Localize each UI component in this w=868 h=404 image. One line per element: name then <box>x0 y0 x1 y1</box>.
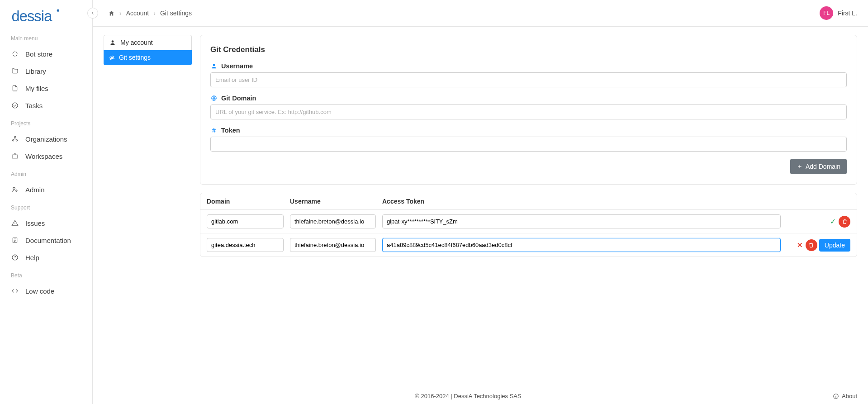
card-title: Git Credentials <box>210 45 847 54</box>
nav-label: Documentation <box>25 237 71 244</box>
user-name: First L. <box>838 10 857 17</box>
nav-label: Low code <box>25 287 54 295</box>
check-circle-icon <box>11 101 19 109</box>
subnav-my-account[interactable]: My account <box>104 35 192 50</box>
nav-organizations[interactable]: Organizations <box>0 130 92 147</box>
help-icon <box>11 253 19 261</box>
domain-label: Git Domain <box>221 95 256 102</box>
chevron-right-icon: › <box>119 10 122 17</box>
nav-help[interactable]: Help <box>0 249 92 266</box>
user-icon <box>109 39 116 46</box>
row-token-input[interactable] <box>382 214 781 228</box>
nav-label: Library <box>25 67 46 75</box>
svg-point-12 <box>213 64 215 66</box>
svg-point-2 <box>12 103 18 108</box>
about-link[interactable]: About <box>833 393 857 399</box>
hash-icon <box>210 127 218 134</box>
svg-text:dessia: dessia <box>11 8 52 24</box>
nav-label: My files <box>25 85 48 92</box>
nav-label: Workspaces <box>25 152 62 160</box>
svg-rect-6 <box>12 155 18 158</box>
row-username-input[interactable] <box>290 214 376 228</box>
button-label: Update <box>825 242 845 249</box>
th-domain: Domain <box>207 198 284 205</box>
row-username-input[interactable] <box>290 238 376 252</box>
folder-icon <box>11 67 19 75</box>
nav-issues[interactable]: Issues <box>0 214 92 232</box>
nav-documentation[interactable]: Documentation <box>0 232 92 249</box>
nav-label: Tasks <box>25 102 43 109</box>
token-label: Token <box>221 127 240 134</box>
table-row: ✕ Update <box>200 233 857 257</box>
svg-point-11 <box>112 40 114 43</box>
credentials-table: Domain Username Access Token ✓ <box>200 193 857 257</box>
sidebar: dessia Main menu Bot store Library My fi… <box>0 0 93 404</box>
org-icon <box>11 135 19 143</box>
user-menu[interactable]: FL First L. <box>820 6 857 20</box>
th-username: Username <box>290 198 376 205</box>
collapse-sidebar-button[interactable] <box>87 8 98 19</box>
subnav-git-settings[interactable]: git Git settings <box>104 50 192 65</box>
breadcrumb-current: Git settings <box>160 10 192 17</box>
globe-icon <box>210 95 218 102</box>
briefcase-icon <box>11 152 19 160</box>
file-icon <box>11 84 19 92</box>
info-icon <box>833 393 839 399</box>
nav-my-files[interactable]: My files <box>0 80 92 97</box>
avatar: FL <box>820 6 833 20</box>
username-input[interactable] <box>210 72 847 87</box>
chevron-right-icon: › <box>153 10 156 17</box>
svg-point-1 <box>57 10 59 12</box>
delete-row-button[interactable] <box>839 216 850 228</box>
warning-icon <box>11 219 19 227</box>
chevron-left-icon <box>90 11 95 15</box>
footer: © 2016-2024 | DessiA Technologies SAS Ab… <box>93 388 868 404</box>
nav-label: Issues <box>25 219 45 227</box>
row-domain-input[interactable] <box>207 214 284 228</box>
update-button[interactable]: Update <box>819 239 850 252</box>
svg-point-3 <box>14 136 15 138</box>
close-icon[interactable]: ✕ <box>796 241 804 249</box>
nav-label: Admin <box>25 186 45 194</box>
brand-logo: dessia <box>0 8 92 29</box>
delete-row-button[interactable] <box>806 239 817 251</box>
svg-point-8 <box>16 190 17 191</box>
th-token: Access Token <box>382 198 781 205</box>
check-icon: ✓ <box>829 217 837 226</box>
token-input[interactable] <box>210 137 847 152</box>
nav-low-code[interactable]: Low code <box>0 282 92 299</box>
plus-icon: ＋ <box>797 162 803 171</box>
add-domain-button[interactable]: ＋ Add Domain <box>790 159 847 174</box>
nav-library[interactable]: Library <box>0 62 92 80</box>
row-domain-input[interactable] <box>207 238 284 252</box>
nav-bot-store[interactable]: Bot store <box>0 45 92 62</box>
table-row: ✓ <box>200 210 857 233</box>
nav-group-projects: Projects <box>0 114 92 130</box>
sparkle-icon <box>11 50 19 58</box>
user-gear-icon <box>11 185 19 194</box>
home-icon[interactable] <box>108 10 115 17</box>
nav-workspaces[interactable]: Workspaces <box>0 147 92 165</box>
code-icon <box>11 287 19 295</box>
button-label: Add Domain <box>806 163 840 170</box>
git-credentials-card: Git Credentials Username Git Domain <box>200 35 857 185</box>
trash-icon <box>842 219 848 224</box>
nav-label: Organizations <box>25 135 67 143</box>
user-icon <box>210 62 218 70</box>
nav-label: Help <box>25 254 39 261</box>
nav-label: Bot store <box>25 50 52 58</box>
svg-point-7 <box>13 187 15 190</box>
nav-group-admin: Admin <box>0 165 92 181</box>
git-domain-input[interactable] <box>210 105 847 119</box>
nav-admin[interactable]: Admin <box>0 181 92 198</box>
nav-group-main: Main menu <box>0 29 92 45</box>
breadcrumb-account[interactable]: Account <box>126 10 149 17</box>
doc-icon <box>11 236 19 244</box>
trash-icon <box>808 242 814 248</box>
row-token-input[interactable] <box>382 238 781 252</box>
copyright: © 2016-2024 | DessiA Technologies SAS <box>104 393 833 399</box>
git-icon: git <box>109 55 114 60</box>
nav-group-beta: Beta <box>0 266 92 282</box>
account-subnav: My account git Git settings <box>104 35 192 380</box>
nav-tasks[interactable]: Tasks <box>0 97 92 114</box>
